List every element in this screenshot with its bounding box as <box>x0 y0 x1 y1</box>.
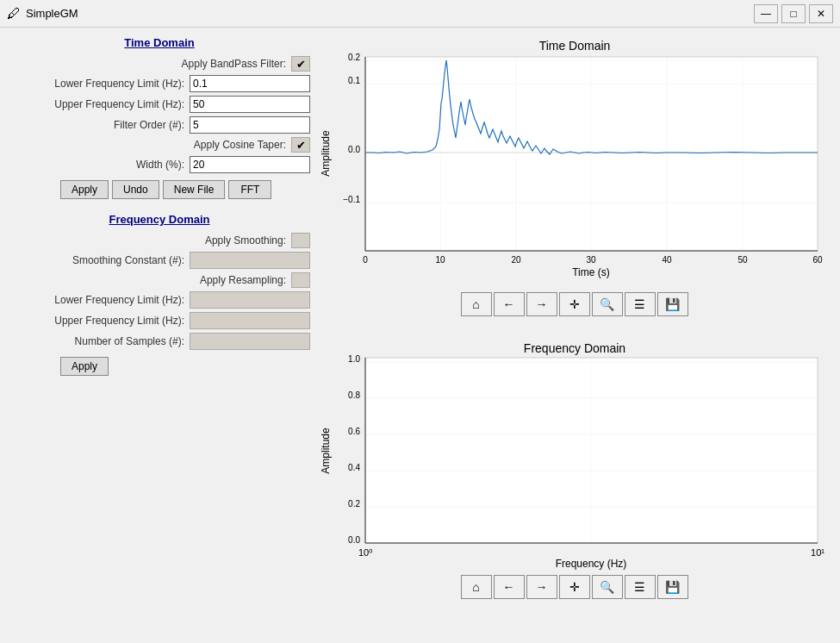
settings-tool-freq[interactable]: ☰ <box>625 575 656 599</box>
apply-button-freq[interactable]: Apply <box>60 357 109 376</box>
right-panel: Time Domain 0.2 0.1 0.0 −0.1 0 10 20 30 … <box>319 28 840 643</box>
apply-resampling-row: Apply Resampling: <box>9 272 310 288</box>
filter-order-label: Filter Order (#): <box>42 119 184 131</box>
width-input[interactable] <box>190 156 310 173</box>
freq-lower-input[interactable] <box>190 291 310 309</box>
cosine-taper-checkbox[interactable]: ✔ <box>291 137 310 153</box>
freq-lower-label: Lower Frequency Limit (Hz): <box>42 294 184 306</box>
filter-order-input[interactable] <box>190 116 310 134</box>
forward-tool-freq[interactable]: → <box>526 575 557 599</box>
lower-freq-label: Lower Frequency Limit (Hz): <box>42 78 184 90</box>
back-tool-freq[interactable]: ← <box>494 575 525 599</box>
x-label-10: 10 <box>435 255 445 265</box>
time-plot-title: Time Domain <box>538 39 610 53</box>
freq-domain-buttons: Apply <box>60 357 310 376</box>
close-button[interactable]: ✕ <box>809 4 833 23</box>
time-domain-title: Time Domain <box>9 36 310 49</box>
apply-button-time[interactable]: Apply <box>60 180 109 199</box>
num-samples-label: Number of Samples (#): <box>42 335 184 347</box>
smoothing-constant-input[interactable] <box>190 252 310 269</box>
zoom-tool-time[interactable]: 🔍 <box>592 292 623 316</box>
width-row: Width (%): <box>9 156 310 173</box>
app-icon: 🖊 <box>7 6 21 22</box>
freq-x-axis-title: Frequency (Hz) <box>555 558 626 570</box>
window-controls: — □ ✕ <box>754 4 833 23</box>
time-plot-toolbar: ⌂ ← → ✛ 🔍 ☰ 💾 <box>461 292 688 316</box>
time-domain-section: Time Domain Apply BandPass Filter: ✔ Low… <box>9 36 310 199</box>
cosine-taper-row: Apply Cosine Taper: ✔ <box>9 137 310 153</box>
apply-bandpass-label: Apply BandPass Filter: <box>144 58 286 70</box>
smoothing-constant-label: Smoothing Constant (#): <box>42 254 184 266</box>
apply-bandpass-row: Apply BandPass Filter: ✔ <box>9 56 310 72</box>
freq-y-02: 0.2 <box>348 499 360 509</box>
upper-freq-label: Upper Frequency Limit (Hz): <box>42 98 184 110</box>
freq-y-08: 0.8 <box>348 390 360 400</box>
back-tool-time[interactable]: ← <box>494 292 525 316</box>
maximize-button[interactable]: □ <box>781 4 806 23</box>
width-label: Width (%): <box>42 159 184 171</box>
num-samples-input[interactable] <box>190 333 310 350</box>
minimize-button[interactable]: — <box>754 4 778 23</box>
x-label-30: 30 <box>586 255 596 265</box>
lower-freq-input[interactable] <box>190 75 310 92</box>
apply-smoothing-checkbox[interactable] <box>291 233 310 248</box>
title-bar: 🖊 SimpleGM — □ ✕ <box>0 0 840 28</box>
apply-resampling-label: Apply Resampling: <box>144 274 286 286</box>
title-bar-left: 🖊 SimpleGM <box>7 6 78 22</box>
pan-tool-freq[interactable]: ✛ <box>559 575 590 599</box>
smoothing-constant-row: Smoothing Constant (#): <box>9 252 310 269</box>
apply-resampling-checkbox[interactable] <box>291 272 310 288</box>
y-label-00: 0.0 <box>348 145 360 154</box>
freq-plot-bg <box>365 358 818 543</box>
forward-tool-time[interactable]: → <box>526 292 557 316</box>
freq-y-06: 0.6 <box>348 427 360 436</box>
fft-button[interactable]: FFT <box>228 180 271 199</box>
filter-order-row: Filter Order (#): <box>9 116 310 134</box>
time-domain-plot-container: Time Domain 0.2 0.1 0.0 −0.1 0 10 20 30 … <box>319 34 830 332</box>
new-file-button[interactable]: New File <box>163 180 226 199</box>
freq-y-axis-title: Amplitude <box>320 428 332 474</box>
freq-plot-toolbar: ⌂ ← → ✛ 🔍 ☰ 💾 <box>461 575 688 599</box>
y-label-01: 0.1 <box>348 76 360 85</box>
pan-tool-time[interactable]: ✛ <box>559 292 590 316</box>
apply-smoothing-row: Apply Smoothing: <box>9 233 310 248</box>
time-domain-svg: Time Domain 0.2 0.1 0.0 −0.1 0 10 20 30 … <box>320 34 829 289</box>
freq-y-10: 1.0 <box>348 354 360 364</box>
freq-domain-section: Frequency Domain Apply Smoothing: Smooth… <box>9 213 310 376</box>
freq-x-label-2: 10¹ <box>811 547 824 558</box>
y-label-n01: −0.1 <box>343 195 360 204</box>
y-axis-title: Amplitude <box>320 130 332 177</box>
undo-button[interactable]: Undo <box>112 180 159 199</box>
freq-domain-svg: Frequency Domain 1.0 0.8 0.6 0.4 0.2 0.0… <box>320 339 829 571</box>
x-label-40: 40 <box>662 255 672 265</box>
home-tool-freq[interactable]: ⌂ <box>461 575 492 599</box>
freq-domain-plot-container: Frequency Domain 1.0 0.8 0.6 0.4 0.2 0.0… <box>319 339 830 636</box>
lower-freq-row: Lower Frequency Limit (Hz): <box>9 75 310 92</box>
apply-bandpass-checkbox[interactable]: ✔ <box>291 56 310 72</box>
upper-freq-input[interactable] <box>190 96 310 113</box>
freq-upper-row: Upper Frequency Limit (Hz): <box>9 312 310 329</box>
freq-y-04: 0.4 <box>348 463 360 472</box>
freq-x-label-1: 10⁰ <box>358 547 372 558</box>
x-label-20: 20 <box>511 255 521 265</box>
save-tool-freq[interactable]: 💾 <box>657 575 688 599</box>
freq-upper-input[interactable] <box>190 312 310 329</box>
upper-freq-row: Upper Frequency Limit (Hz): <box>9 96 310 113</box>
home-tool-time[interactable]: ⌂ <box>461 292 492 316</box>
left-panel: Time Domain Apply BandPass Filter: ✔ Low… <box>0 28 319 643</box>
y-label-02: 0.2 <box>348 53 360 62</box>
settings-tool-time[interactable]: ☰ <box>625 292 656 316</box>
save-tool-time[interactable]: 💾 <box>657 292 688 316</box>
freq-domain-title: Frequency Domain <box>9 213 310 226</box>
app-title: SimpleGM <box>26 7 78 20</box>
cosine-taper-label: Apply Cosine Taper: <box>144 139 286 151</box>
apply-smoothing-label: Apply Smoothing: <box>144 234 286 247</box>
freq-plot-title: Frequency Domain <box>523 341 625 355</box>
zoom-tool-freq[interactable]: 🔍 <box>592 575 623 599</box>
x-label-60: 60 <box>812 255 823 265</box>
time-domain-buttons: Apply Undo New File FFT <box>60 180 310 199</box>
time-plot-bg <box>365 57 818 251</box>
freq-lower-row: Lower Frequency Limit (Hz): <box>9 291 310 309</box>
num-samples-row: Number of Samples (#): <box>9 333 310 350</box>
main-content: Time Domain Apply BandPass Filter: ✔ Low… <box>0 28 840 643</box>
